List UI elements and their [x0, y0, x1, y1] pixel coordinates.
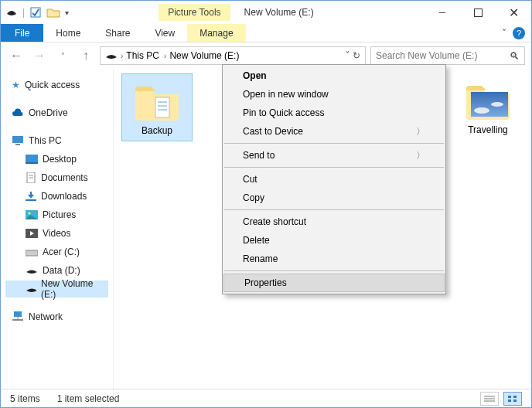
icons-view-button[interactable] — [503, 392, 522, 406]
svg-rect-29 — [508, 400, 511, 402]
maximize-button[interactable] — [460, 1, 496, 24]
help-icon[interactable]: ? — [513, 27, 525, 39]
folder-icon — [132, 79, 182, 122]
tab-home[interactable]: Home — [43, 24, 93, 42]
sidebar-drive-e[interactable]: New Volume (E:) — [5, 280, 108, 298]
drive-icon — [105, 51, 118, 60]
svg-rect-3 — [15, 144, 20, 145]
svg-point-22 — [474, 107, 489, 114]
svg-rect-13 — [26, 250, 38, 256]
sidebar-pictures[interactable]: Pictures — [5, 206, 108, 223]
sidebar-videos[interactable]: Videos — [5, 225, 108, 242]
svg-rect-17 — [155, 97, 169, 117]
tab-manage[interactable]: Manage — [187, 24, 245, 42]
folder-label: Travelling — [468, 124, 508, 135]
recent-dropdown[interactable]: ˅ — [53, 46, 72, 65]
cloud-icon — [12, 108, 24, 117]
navigation-pane: ★Quick access OneDrive This PC Desktop D… — [1, 69, 114, 403]
drive-icon — [26, 266, 38, 275]
svg-rect-1 — [474, 8, 482, 16]
chevron-right-icon: 〉 — [416, 149, 425, 162]
svg-rect-30 — [513, 400, 517, 402]
pc-icon — [12, 135, 24, 146]
menu-create-shortcut[interactable]: Create shortcut — [223, 212, 445, 231]
network-icon — [12, 311, 24, 322]
properties-qat-icon[interactable] — [29, 6, 42, 19]
menu-cut[interactable]: Cut — [223, 170, 445, 189]
picture-icon — [26, 210, 38, 219]
refresh-icon[interactable]: ↻ — [353, 50, 360, 61]
download-icon — [26, 191, 36, 202]
address-dropdown-icon[interactable]: ˅ — [346, 50, 350, 61]
title-bar: | ▾ Picture Tools New Volume (E:) ─ ✕ — [1, 1, 531, 24]
folder-backup[interactable]: Backup — [121, 73, 193, 141]
close-button[interactable]: ✕ — [496, 1, 531, 24]
menu-separator — [224, 209, 444, 210]
sidebar-desktop[interactable]: Desktop — [5, 151, 108, 168]
forward-button[interactable]: → — [30, 46, 49, 65]
sidebar-documents[interactable]: Documents — [5, 169, 108, 186]
tab-file[interactable]: File — [1, 24, 43, 42]
svg-rect-14 — [14, 311, 22, 317]
sidebar-quick-access[interactable]: ★Quick access — [5, 76, 108, 94]
breadcrumb-sep-icon[interactable]: › — [121, 52, 123, 60]
minimize-button[interactable]: ─ — [425, 1, 460, 24]
new-folder-qat-icon[interactable] — [46, 6, 60, 19]
svg-point-23 — [491, 102, 503, 107]
desktop-icon — [26, 155, 38, 164]
svg-point-11 — [29, 212, 31, 215]
svg-rect-28 — [513, 396, 517, 398]
ribbon: File Home Share View Manage ˅ ? — [1, 24, 531, 42]
folder-label: Backup — [142, 125, 172, 136]
status-bar: 5 items 1 item selected — [1, 389, 531, 407]
sidebar-drive-c[interactable]: Acer (C:) — [5, 243, 108, 260]
sidebar-onedrive[interactable]: OneDrive — [5, 104, 108, 121]
folder-icon — [463, 78, 513, 121]
tab-share[interactable]: Share — [93, 24, 142, 42]
sidebar-this-pc[interactable]: This PC — [5, 132, 108, 149]
menu-separator — [224, 270, 444, 271]
video-icon — [26, 229, 38, 238]
menu-cast-to-device[interactable]: Cast to Device〉 — [223, 122, 445, 141]
up-button[interactable]: ↑ — [77, 46, 95, 65]
svg-rect-15 — [12, 319, 23, 321]
search-input[interactable]: Search New Volume (E:) 🔍︎ — [370, 46, 525, 65]
details-view-button[interactable] — [480, 392, 499, 406]
breadcrumb-newvol[interactable]: New Volume (E:) — [169, 50, 239, 61]
svg-rect-4 — [26, 155, 38, 162]
drive-icon — [26, 284, 36, 294]
status-item-count: 5 items — [10, 393, 40, 404]
menu-open[interactable]: Open — [223, 66, 445, 85]
menu-open-new-window[interactable]: Open in new window — [223, 85, 445, 104]
app-icon — [5, 6, 18, 19]
sidebar-downloads[interactable]: Downloads — [5, 188, 108, 205]
breadcrumb-thispc[interactable]: This PC› — [126, 50, 166, 61]
context-menu: Open Open in new window Pin to Quick acc… — [222, 64, 446, 294]
svg-rect-5 — [26, 162, 38, 164]
svg-rect-27 — [508, 396, 511, 398]
drive-icon — [26, 247, 38, 257]
tab-view[interactable]: View — [142, 24, 187, 42]
sidebar-network[interactable]: Network — [5, 308, 108, 325]
window-title: New Volume (E:) — [244, 7, 314, 18]
star-icon: ★ — [12, 80, 20, 90]
address-bar[interactable]: › This PC› New Volume (E:) ˅ ↻ — [100, 46, 366, 65]
search-icon[interactable]: 🔍︎ — [510, 50, 520, 62]
menu-send-to[interactable]: Send to〉 — [223, 146, 445, 165]
qat-dropdown-icon[interactable]: ▾ — [65, 8, 69, 17]
svg-rect-2 — [12, 136, 23, 143]
sidebar-drive-d[interactable]: Data (D:) — [5, 262, 108, 279]
ribbon-expand-icon[interactable]: ˅ — [502, 28, 506, 39]
menu-copy[interactable]: Copy — [223, 189, 445, 207]
menu-rename[interactable]: Rename — [223, 250, 445, 268]
back-button[interactable]: ← — [7, 46, 26, 65]
menu-delete[interactable]: Delete — [223, 231, 445, 250]
menu-pin-quick-access[interactable]: Pin to Quick access — [223, 104, 445, 122]
menu-separator — [224, 167, 444, 168]
picture-tools-tab[interactable]: Picture Tools — [159, 4, 230, 21]
qat-divider: | — [22, 7, 25, 18]
status-selection-count: 1 item selected — [57, 393, 120, 404]
folder-travelling[interactable]: Travelling — [452, 73, 523, 140]
menu-properties[interactable]: Properties — [223, 274, 445, 292]
menu-separator — [224, 143, 444, 144]
